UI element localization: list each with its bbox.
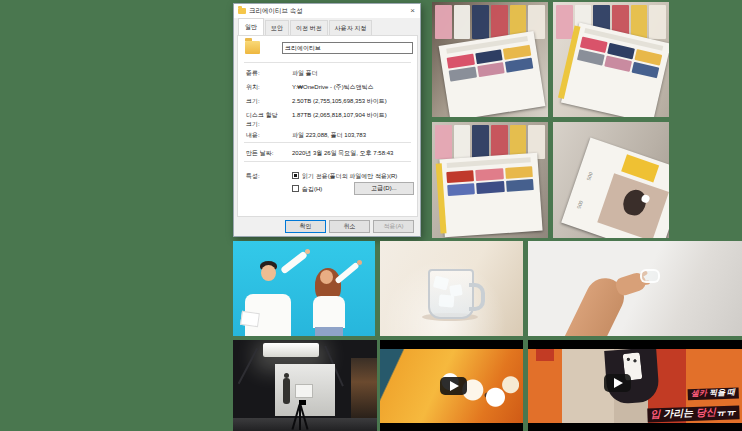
ok-button[interactable]: 확인	[285, 220, 326, 233]
cancel-button[interactable]: 취소	[329, 220, 370, 233]
photo-catalog-4: 005 005	[553, 122, 669, 238]
video-thumbnail-selfie[interactable]: 셀카 찍을 때 입 가리는 당신ㅠㅠ	[528, 340, 742, 431]
row-contents: 내용: 파일 223,088, 폴더 103,783	[246, 131, 413, 140]
page-number: 005	[586, 172, 594, 182]
advanced-button[interactable]: 고급(D)...	[354, 182, 414, 195]
separator	[244, 62, 411, 63]
general-tab-page: 종류: 파일 폴더 위치: Y:₩OneDrive - (주)틱스앤틱스 크기:…	[237, 35, 418, 217]
photo-catalog-2	[553, 2, 669, 117]
hidden-checkbox[interactable]	[292, 185, 299, 192]
row-size: 크기: 2.50TB (2,755,105,698,353 바이트)	[246, 97, 413, 106]
separator	[244, 142, 411, 143]
collage-canvas: 크리에이티브 속성 × 일반 보안 이전 버전 사용자 지정 종류: 파일 폴더…	[0, 0, 742, 431]
video-frame: 셀카 찍을 때 입 가리는 당신ㅠㅠ	[528, 349, 742, 423]
close-icon[interactable]: ×	[405, 4, 420, 18]
folder-name-input[interactable]	[282, 42, 413, 54]
row-location: 위치: Y:₩OneDrive - (주)틱스앤틱스	[246, 83, 413, 92]
camera-on-tripod	[299, 400, 306, 405]
tab-previous-versions[interactable]: 이전 버전	[290, 20, 328, 35]
apply-button[interactable]: 적용(A)	[373, 220, 414, 233]
glass-mug	[428, 269, 474, 319]
readonly-checkbox[interactable]	[292, 172, 299, 179]
play-icon[interactable]	[440, 377, 467, 395]
photo-people-pointing	[233, 241, 375, 336]
video-thumbnail-braces[interactable]	[380, 340, 523, 431]
folder-properties-dialog: 크리에이티브 속성 × 일반 보안 이전 버전 사용자 지정 종류: 파일 폴더…	[233, 3, 421, 237]
video-caption: 셀카 찍을 때 입 가리는 당신ㅠㅠ	[647, 379, 740, 422]
softbox-light	[263, 343, 319, 357]
row-attributes: 특성: 읽기 전용(폴더의 파일에만 적용)(R)	[246, 172, 413, 181]
folder-icon-large	[245, 41, 260, 54]
woman-figure	[305, 256, 369, 336]
photo-glass-with-ice	[380, 241, 523, 336]
whiteboard	[295, 384, 313, 398]
clear-aligner	[640, 269, 660, 283]
open-catalog	[439, 31, 546, 117]
photo-hand-holding-aligner	[528, 241, 742, 336]
photo-studio-setup	[233, 340, 377, 431]
illustration-card	[597, 173, 669, 238]
tab-general[interactable]: 일반	[238, 18, 264, 35]
open-catalog: 005 005	[561, 138, 669, 238]
man-figure	[243, 241, 303, 336]
dialog-title: 크리에이티브 속성	[249, 7, 303, 16]
tab-strip: 일반 보안 이전 버전 사용자 지정	[236, 18, 418, 35]
row-size-on-disk: 디스크 할당 크기: 1.87TB (2,065,818,107,904 바이트…	[246, 111, 413, 129]
photo-catalog-3	[432, 122, 548, 238]
play-icon[interactable]	[604, 374, 631, 392]
photo-catalog-1	[432, 2, 548, 117]
dialog-titlebar[interactable]: 크리에이티브 속성 ×	[234, 4, 420, 18]
separator	[244, 161, 411, 162]
tab-customize[interactable]: 사용자 지정	[329, 20, 373, 35]
folder-icon	[238, 8, 246, 14]
mug-handle	[469, 283, 485, 311]
open-catalog	[439, 153, 542, 238]
row-created-date: 만든 날짜: 2020년 3월 26일 목요일, 오후 7:58:43	[246, 149, 413, 158]
page-number: 005	[576, 200, 584, 210]
tab-security[interactable]: 보안	[265, 20, 289, 35]
person-silhouette	[283, 378, 290, 404]
shelf-crates	[351, 358, 377, 418]
video-frame	[380, 349, 523, 423]
red-block	[536, 349, 554, 361]
row-type: 종류: 파일 폴더	[246, 69, 413, 78]
person-head	[284, 373, 289, 378]
